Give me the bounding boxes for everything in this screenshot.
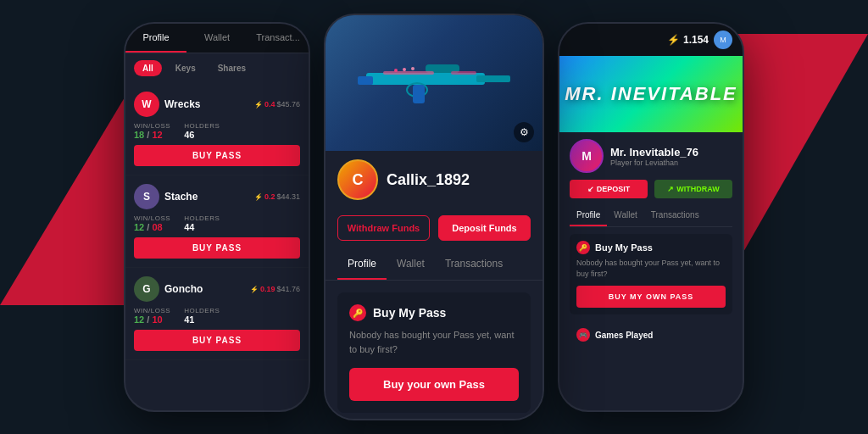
right-tab-transactions[interactable]: Transactions	[644, 205, 706, 226]
bg-triangle-right	[732, 34, 868, 271]
right-pass-key-icon: 🔑	[576, 241, 590, 254]
badge-icon-goncho: ⚡	[250, 286, 259, 293]
center-phone: ⚙ C Callix_1892 Withdraw Funds Deposit F…	[324, 14, 544, 420]
player-header-wrecks: W Wrecks ⚡ 0.4 $45.76	[134, 92, 300, 117]
player-card-wrecks: W Wrecks ⚡ 0.4 $45.76 WIN/LOSS 18 / 12	[125, 83, 309, 175]
left-tab-wallet[interactable]: Wallet	[186, 24, 248, 53]
stat-label-holders-goncho: HOLDERS	[184, 307, 220, 314]
right-withdraw-button[interactable]: ↗ WITHDRAW	[654, 180, 732, 198]
stat-label-winloss-stache: WIN/LOSS	[134, 214, 170, 222]
badge-price-goncho: $41.76	[276, 285, 300, 293]
right-profile-section: M Mr. Inevitable_76 Player for Leviathan…	[559, 132, 743, 355]
games-played-row: 🎮 Games Played	[570, 321, 732, 348]
stat-val-winloss-wrecks: 18 / 12	[134, 130, 170, 140]
right-deposit-label: DEPOSIT	[597, 185, 631, 193]
badge-val-goncho: 0.19	[260, 285, 275, 293]
player-stats-goncho: WIN/LOSS 12 / 10 HOLDERS 41	[134, 307, 300, 325]
withdraw-arrow-icon: ↗	[667, 185, 674, 193]
player-card-goncho: G Goncho ⚡ 0.19 $41.76 WIN/LOSS 12 / 10	[125, 268, 309, 360]
right-user-subtitle: Player for Leviathan	[610, 159, 698, 167]
right-tab-wallet[interactable]: Wallet	[607, 205, 643, 226]
balance-amount: 1.154	[683, 34, 709, 46]
win-goncho: 12	[134, 314, 144, 325]
balance-icon: ⚡	[667, 34, 680, 46]
stat-winloss-goncho: WIN/LOSS 12 / 10	[134, 307, 170, 325]
win-wrecks: 18	[134, 130, 144, 140]
avatar-wrecks: W	[134, 92, 159, 117]
badge-price-wrecks: $45.76	[276, 100, 300, 108]
win-stache: 12	[134, 222, 144, 232]
svg-rect-0	[366, 73, 485, 85]
player-card-stache: S Stache ⚡ 0.2 $44.31 WIN/LOSS 12 / 08	[125, 175, 309, 268]
buy-pass-title: 🔑 Buy My Pass	[349, 304, 519, 321]
games-played-label: Games Played	[595, 331, 653, 340]
right-pass-title-text: Buy My Pass	[595, 242, 653, 253]
buy-pass-title-text: Buy My Pass	[373, 306, 446, 320]
stat-holders-wrecks: HOLDERS 46	[184, 122, 220, 140]
center-profile-section: C Callix_1892	[326, 151, 542, 215]
buy-pass-btn-goncho[interactable]: BUY PASS	[134, 330, 300, 351]
deposit-arrow-icon: ↙	[587, 185, 594, 193]
badge-price-stache: $44.31	[276, 192, 300, 201]
center-avatar: C	[337, 159, 378, 200]
svg-rect-6	[383, 71, 434, 75]
filter-all[interactable]: All	[134, 60, 162, 76]
stat-winloss-stache: WIN/LOSS 12 / 08	[134, 214, 170, 232]
right-deposit-button[interactable]: ↙ DEPOSIT	[570, 180, 648, 198]
badge-icon-wrecks: ⚡	[254, 101, 263, 108]
center-tabs: Profile Wallet Transactions	[326, 249, 542, 281]
center-tab-profile[interactable]: Profile	[337, 249, 387, 280]
stat-holders-stache: HOLDERS 44	[184, 214, 220, 232]
stat-winloss-wrecks: WIN/LOSS 18 / 12	[134, 122, 170, 140]
right-user-info: Mr. Inevitable_76 Player for Leviathan	[610, 146, 698, 167]
right-withdraw-label: WITHDRAW	[676, 185, 720, 193]
center-username: Callix_1892	[387, 171, 470, 189]
svg-rect-2	[358, 76, 373, 85]
left-phone: Profile Wallet Transact... All Keys Shar…	[124, 22, 310, 412]
buy-pass-btn-stache[interactable]: BUY PASS	[134, 237, 300, 259]
deposit-funds-button[interactable]: Deposit Funds	[438, 215, 531, 241]
left-tab-transact[interactable]: Transact...	[248, 24, 309, 53]
right-buy-own-pass-button[interactable]: BUY MY OWN PASS	[576, 286, 726, 308]
player-name-goncho: Goncho	[164, 283, 245, 295]
right-username: Mr. Inevitable_76	[610, 146, 698, 159]
right-tab-profile[interactable]: Profile	[570, 205, 607, 226]
right-pass-description: Nobody has bought your Pass yet, want to…	[576, 258, 726, 279]
right-buy-pass-section: 🔑 Buy My Pass Nobody has bought your Pas…	[570, 234, 732, 314]
withdraw-funds-button[interactable]: Withdraw Funds	[337, 215, 430, 241]
gear-icon: ⚙	[514, 122, 534, 142]
stat-val-winloss-goncho: 12 / 10	[134, 314, 170, 325]
buy-pass-btn-wrecks[interactable]: BUY PASS	[134, 145, 300, 166]
left-phone-tabs: Profile Wallet Transact...	[125, 24, 309, 53]
phones-container: Profile Wallet Transact... All Keys Shar…	[124, 14, 744, 420]
player-name-stache: Stache	[164, 191, 249, 203]
player-badge-goncho: ⚡ 0.19 $41.76	[250, 285, 300, 293]
player-stats-stache: WIN/LOSS 12 / 08 HOLDERS 44	[134, 214, 300, 232]
filter-shares[interactable]: Shares	[209, 60, 254, 76]
pass-key-icon: 🔑	[349, 304, 366, 321]
balance-avatar: M	[714, 31, 732, 49]
player-badge-stache: ⚡ 0.2 $44.31	[254, 192, 300, 201]
center-tab-wallet[interactable]: Wallet	[387, 249, 435, 280]
buy-own-pass-button[interactable]: Buy your own Pass	[349, 368, 519, 401]
right-pass-title: 🔑 Buy My Pass	[576, 241, 726, 254]
filter-keys[interactable]: Keys	[167, 60, 204, 76]
buy-pass-description: Nobody has bought your Pass yet, want to…	[349, 328, 519, 356]
player-stats-wrecks: WIN/LOSS 18 / 12 HOLDERS 46	[134, 122, 300, 140]
svg-rect-1	[476, 75, 510, 82]
stat-label-winloss-wrecks: WIN/LOSS	[134, 122, 170, 130]
svg-rect-7	[451, 71, 476, 75]
avatar-stache: S	[134, 184, 159, 209]
left-tab-profile[interactable]: Profile	[125, 24, 186, 53]
right-header: ⚡ 1.154 M	[559, 24, 743, 56]
filter-row: All Keys Shares	[125, 53, 309, 83]
stat-label-holders-stache: HOLDERS	[184, 214, 220, 222]
center-tab-transactions[interactable]: Transactions	[435, 249, 513, 280]
svg-point-10	[411, 67, 415, 70]
stat-val-holders-wrecks: 46	[184, 130, 220, 140]
right-phone: ⚡ 1.154 M MR. INEVITABLE M Mr. Inevitabl…	[558, 22, 744, 412]
player-name-wrecks: Wrecks	[164, 98, 249, 110]
avatar-goncho: G	[134, 276, 159, 302]
weapon-svg	[349, 32, 519, 134]
svg-rect-4	[413, 85, 425, 103]
